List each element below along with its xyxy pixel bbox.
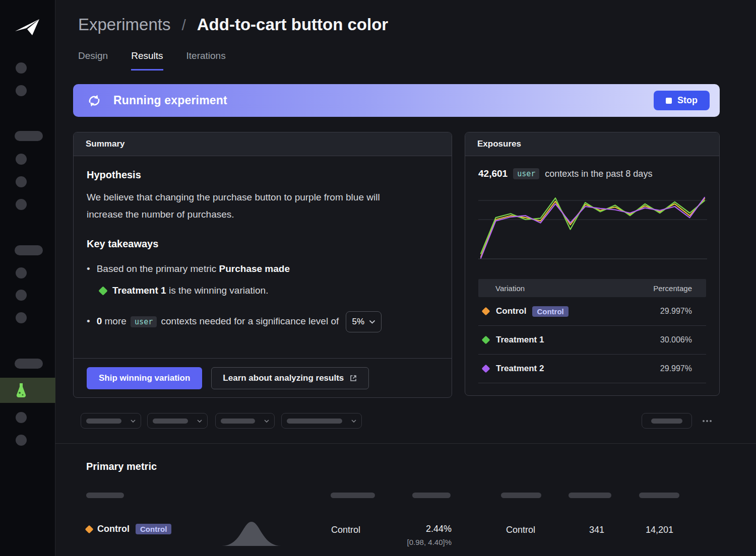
- stop-experiment-button[interactable]: Stop: [654, 91, 710, 110]
- hypothesis-heading: Hypothesis: [87, 169, 438, 181]
- exposures-card-header: Exposures: [465, 132, 719, 156]
- running-experiment-banner: Running experiment Stop: [73, 84, 720, 117]
- page-title: Add-to-cart button color: [197, 15, 388, 34]
- app-window: Experiments / Add-to-cart button color D…: [0, 0, 756, 556]
- treatment-1-diamond-icon: [98, 286, 107, 295]
- exposures-count-line: 42,601 user contexts in the past 8 days: [478, 168, 706, 179]
- primary-metric-name: Purchase made: [219, 263, 290, 274]
- primary-metric-cell: 341: [589, 525, 604, 535]
- banner-status-label: Running experiment: [113, 94, 227, 107]
- tab-results[interactable]: Results: [131, 50, 163, 71]
- contexts-needed-count: 0: [97, 316, 102, 326]
- breadcrumb: Experiments / Add-to-cart button color: [78, 15, 388, 34]
- significance-level-value: 5%: [352, 315, 365, 329]
- control-diamond-icon: [482, 307, 490, 316]
- hypothesis-text: We believe that changing the purchase bu…: [87, 189, 399, 223]
- primary-metric-heading: Primary metric: [86, 461, 157, 472]
- skeleton-label: [86, 419, 121, 424]
- bullet-glyph: •: [87, 263, 90, 274]
- nav-icon-skeleton[interactable]: [16, 154, 27, 165]
- column-header-skeleton: [639, 493, 679, 498]
- significance-level-select[interactable]: 5%: [346, 311, 382, 332]
- nav-icon-skeleton[interactable]: [16, 435, 27, 446]
- skeleton-label: [221, 419, 255, 424]
- chevron-down-icon: [264, 420, 269, 423]
- filter-dropdown-skeleton[interactable]: [642, 413, 692, 429]
- chevron-down-icon: [351, 420, 356, 423]
- learn-analyzing-results-button[interactable]: Learn about analyzing results: [211, 367, 369, 389]
- learn-button-label: Learn about analyzing results: [223, 373, 344, 383]
- treatment-1-diamond-icon: [482, 336, 490, 344]
- nav-item-skeleton[interactable]: [15, 359, 43, 369]
- flask-icon: [14, 382, 28, 399]
- takeaway-text: more: [102, 316, 129, 326]
- exposures-chart: [478, 189, 706, 267]
- variation-name: Treatment 1: [496, 335, 544, 345]
- primary-metric-value-block: 2.44% [0.98, 4.40]%: [407, 524, 452, 546]
- nav-item-skeleton[interactable]: [15, 131, 43, 141]
- nav-icon-skeleton[interactable]: [16, 85, 27, 96]
- exposures-count-suffix: contexts in the past 8 days: [545, 169, 652, 179]
- table-row: Control Control 29.997%: [478, 297, 706, 326]
- column-header-skeleton: [412, 493, 451, 498]
- filter-dropdown-skeleton[interactable]: [147, 413, 208, 429]
- app-logo[interactable]: [13, 11, 41, 39]
- tab-iterations[interactable]: Iterations: [186, 50, 226, 71]
- nav-icon-skeleton[interactable]: [16, 267, 27, 279]
- column-header-skeleton: [331, 493, 375, 498]
- stop-button-label: Stop: [677, 95, 698, 106]
- logo-arrow-icon: [13, 11, 41, 39]
- breadcrumb-experiments-link[interactable]: Experiments: [78, 15, 170, 34]
- chevron-down-icon: [197, 420, 202, 423]
- sidebar-item-experiments[interactable]: [0, 378, 55, 403]
- bullet-glyph: •: [87, 316, 90, 326]
- filter-dropdown-skeleton[interactable]: [215, 413, 275, 429]
- nav-icon-skeleton[interactable]: [16, 199, 27, 210]
- nav-item-skeleton[interactable]: [15, 245, 43, 255]
- stop-icon: [666, 98, 672, 104]
- primary-metric-cell: 14,201: [646, 525, 673, 535]
- takeaway-text: Based on the primary metric: [97, 263, 219, 274]
- control-badge: Control: [136, 524, 171, 534]
- chevron-down-icon: [131, 420, 136, 423]
- variation-name: Treatment 2: [496, 364, 544, 374]
- column-percentage: Percentage: [653, 284, 692, 293]
- column-variation: Variation: [495, 284, 525, 293]
- breadcrumb-separator: /: [181, 17, 185, 34]
- nav-icon-skeleton[interactable]: [16, 412, 27, 423]
- takeaway-primary-metric: •Based on the primary metric Purchase ma…: [87, 262, 438, 276]
- table-row: Treatment 1 30.006%: [478, 326, 706, 355]
- nav-icon-skeleton[interactable]: [16, 62, 27, 74]
- filter-dropdown-skeleton[interactable]: [81, 413, 141, 429]
- primary-metric-cell: Control: [506, 525, 535, 535]
- winning-variation-line: Treatment 1 is the winning variation.: [87, 285, 438, 296]
- summary-card-header: Summary: [74, 132, 452, 156]
- filter-dropdown-skeleton[interactable]: [281, 413, 362, 429]
- metric-confidence-interval: [0.98, 4.40]%: [407, 538, 452, 546]
- key-takeaways-heading: Key takeaways: [87, 238, 438, 250]
- column-header-skeleton: [86, 493, 124, 498]
- nav-icon-skeleton[interactable]: [16, 176, 27, 187]
- takeaway-significance: •0 more user contexts needed for a signi…: [87, 311, 438, 332]
- metric-rate: 2.44%: [407, 524, 452, 534]
- skeleton-label: [153, 419, 188, 424]
- variation-percentage: 29.997%: [660, 307, 692, 316]
- nav-icon-skeleton[interactable]: [16, 290, 27, 301]
- tab-design[interactable]: Design: [78, 50, 108, 71]
- skeleton-label: [287, 419, 342, 424]
- skeleton-label: [651, 419, 682, 424]
- winning-variation-suffix: is the winning variation.: [166, 285, 269, 296]
- variation-name: Control: [496, 306, 526, 316]
- nav-icon-skeleton[interactable]: [16, 312, 27, 323]
- chevron-down-icon: [369, 320, 375, 324]
- ship-winning-variation-button[interactable]: Ship winning variation: [87, 367, 202, 389]
- exposures-count: 42,601: [478, 168, 508, 179]
- control-diamond-icon: [85, 525, 94, 533]
- overflow-menu-button[interactable]: [700, 414, 715, 428]
- treatment-2-diamond-icon: [482, 365, 490, 373]
- column-header-skeleton: [569, 493, 611, 498]
- table-row: Treatment 2 29.997%: [478, 355, 706, 383]
- variation-percentage: 29.997%: [660, 364, 692, 373]
- primary-metric-row-variation: Control Control: [86, 524, 171, 534]
- variation-percentage: 30.006%: [660, 335, 692, 344]
